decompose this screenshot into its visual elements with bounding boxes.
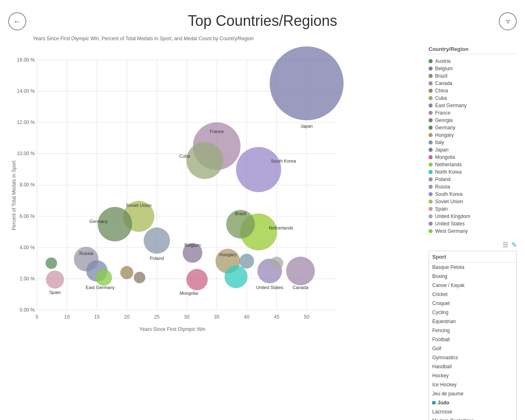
sport-label: Croquet	[432, 301, 450, 306]
legend-item-united-kingdom[interactable]: United Kingdom	[429, 213, 517, 220]
svg-text:8.00 %: 8.00 %	[20, 182, 35, 188]
legend-label: France	[435, 110, 450, 116]
sport-item-canoe-/-kayak[interactable]: Canoe / Kayak	[429, 281, 516, 290]
chart-container: Years Since First Olympic Win, Percent o…	[0, 36, 525, 420]
legend-label: Soviet Union	[435, 199, 463, 204]
pencil-icon[interactable]: ✎	[511, 241, 517, 249]
sport-item-golf[interactable]: Golf	[429, 344, 516, 353]
label-sovietunion: Soviet Union	[126, 203, 151, 208]
sport-item-basque-pelota[interactable]: Basque Pelota	[429, 263, 516, 272]
legend-label: Japan	[435, 147, 449, 153]
legend-label: Belgium	[435, 66, 453, 71]
sport-item-cycling[interactable]: Cycling	[429, 308, 516, 317]
bubble-canada	[286, 257, 315, 285]
svg-text:0.00 %: 0.00 %	[20, 307, 35, 313]
sport-item-handball[interactable]: Handball	[429, 362, 516, 371]
x-axis-label: Years Since First Olympic Win	[140, 326, 206, 332]
legend-item-cuba[interactable]: Cuba	[429, 94, 517, 102]
bubble-austria	[46, 257, 57, 269]
legend-dot	[429, 214, 433, 218]
legend-item-brazil[interactable]: Brazil	[429, 72, 517, 80]
legend-item-soviet-union[interactable]: Soviet Union	[429, 198, 517, 205]
legend-dot	[429, 74, 433, 78]
svg-text:40: 40	[244, 314, 250, 320]
legend-item-canada[interactable]: Canada	[429, 80, 517, 87]
legend-dot	[429, 59, 433, 63]
sport-item-boxing[interactable]: Boxing	[429, 272, 516, 281]
legend-item-italy[interactable]: Italy	[429, 139, 517, 146]
legend-dot	[429, 133, 433, 137]
chart-svg-wrapper: Percent of Total Medals in Sport 16	[8, 44, 424, 341]
sport-item-judo[interactable]: Judo	[429, 398, 516, 407]
legend-item-georgia[interactable]: Georgia	[429, 117, 517, 124]
legend-dot	[429, 163, 433, 167]
legend-dot	[429, 67, 433, 71]
label-japan: Japan	[300, 124, 313, 129]
label-canada: Canada	[293, 285, 309, 290]
svg-text:50: 50	[304, 314, 309, 320]
svg-text:12.00 %: 12.00 %	[17, 119, 35, 125]
sport-label: Jeu de paume	[432, 391, 463, 397]
legend-dot	[429, 103, 433, 108]
label-poland: Poland	[150, 256, 164, 261]
svg-text:10: 10	[64, 314, 70, 320]
legend-label: Cuba	[435, 95, 447, 101]
legend-item-japan[interactable]: Japan	[429, 146, 517, 154]
legend-item-west-germany[interactable]: West Germany	[429, 227, 517, 235]
legend-item-austria[interactable]: Austria	[429, 57, 517, 65]
sport-item-gymnastics[interactable]: Gymnastics	[429, 353, 516, 362]
sport-item-ice-hockey[interactable]: Ice Hockey	[429, 380, 516, 389]
sport-item-jeu-de-paume[interactable]: Jeu de paume	[429, 389, 516, 398]
sport-item-cricket[interactable]: Cricket	[429, 290, 516, 299]
list-icon[interactable]: ☰	[502, 241, 508, 249]
legend-item-hungary[interactable]: Hungary	[429, 131, 517, 139]
legend-label: Germany	[435, 125, 455, 131]
legend-item-russia[interactable]: Russia	[429, 183, 517, 190]
back-button[interactable]: ←	[8, 12, 26, 30]
label-cuba: Cuba	[179, 154, 190, 158]
sport-item-croquet[interactable]: Croquet	[429, 299, 516, 308]
sport-item-football[interactable]: Football	[429, 335, 516, 344]
sport-item-equestrian[interactable]: Equestrian	[429, 317, 516, 326]
country-legend: Country/Region AustriaBelgiumBrazilCanad…	[429, 46, 517, 235]
sport-item-hockey[interactable]: Hockey	[429, 371, 516, 380]
legend-item-north-korea[interactable]: North Korea	[429, 168, 517, 176]
sport-item-modern-pentathlon[interactable]: Modern Pentathlon	[429, 416, 516, 420]
legend-label: United States	[435, 221, 465, 227]
legend-label: Italy	[435, 140, 444, 145]
legend-item-china[interactable]: China	[429, 87, 517, 94]
sport-item-lacrosse[interactable]: Lacrosse	[429, 407, 516, 416]
legend-item-germany[interactable]: Germany	[429, 124, 517, 131]
svg-text:15: 15	[94, 314, 100, 320]
legend-dot	[429, 229, 433, 233]
label-spain: Spain	[49, 290, 61, 295]
legend-item-spain[interactable]: Spain	[429, 205, 517, 213]
bubble-georgia	[134, 272, 145, 283]
label-russia: Russia	[79, 251, 94, 256]
sport-label: Boxing	[432, 273, 447, 279]
sport-label: Cricket	[432, 291, 447, 297]
legend-dot	[429, 140, 433, 145]
legend-label: Canada	[435, 80, 452, 86]
label-france: France	[210, 129, 224, 134]
legend-label: South Korea	[435, 191, 463, 197]
legend-item-france[interactable]: France	[429, 109, 517, 117]
legend-item-south-korea[interactable]: South Korea	[429, 190, 517, 198]
sport-item-fencing[interactable]: Fencing	[429, 326, 516, 335]
sport-list-title: Sport	[429, 251, 516, 263]
legend-dot	[429, 96, 433, 100]
legend-item-belgium[interactable]: Belgium	[429, 65, 517, 72]
sport-indicator	[432, 401, 436, 404]
legend-item-united-states[interactable]: United States	[429, 220, 517, 227]
sport-slicer[interactable]: Sport Basque PelotaBoxingCanoe / KayakCr…	[429, 251, 517, 420]
sport-label: Modern Pentathlon	[432, 418, 474, 420]
bubble-northkorea	[225, 265, 248, 288]
legend-item-netherlands[interactable]: Netherlands	[429, 161, 517, 168]
legend-item-mongolia[interactable]: Mongolia	[429, 154, 517, 161]
sport-label: Fencing	[432, 328, 450, 333]
legend-label: Georgia	[435, 117, 453, 123]
legend-item-poland[interactable]: Poland	[429, 176, 517, 183]
filter-button[interactable]: ▿	[499, 12, 517, 30]
legend-item-east-germany[interactable]: East Germany	[429, 102, 517, 109]
legend-label: Poland	[435, 177, 450, 182]
